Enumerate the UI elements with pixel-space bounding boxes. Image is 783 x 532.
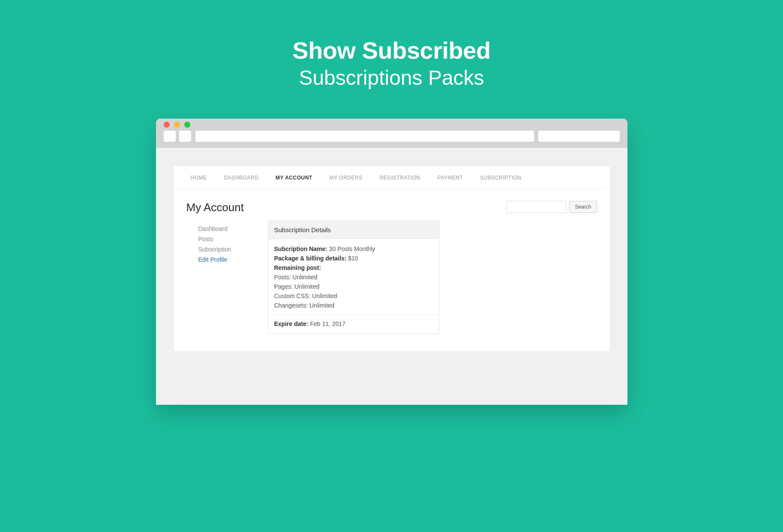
side-item-edit-profile[interactable]: Edit Profile — [198, 254, 251, 265]
remaining-item: Custom CSS: Unlimited — [274, 291, 433, 301]
browser-toolbar — [156, 131, 627, 148]
nav-forward-button[interactable] — [179, 131, 191, 142]
panel-divider — [268, 314, 439, 315]
search-button[interactable]: Search — [569, 201, 597, 213]
viewport: HOMEDASHBOARDMY ACCOUNTMY ORDERSREGISTRA… — [156, 148, 627, 405]
panel-title: Subscription Details — [268, 221, 439, 239]
hero-title-line1: Show Subscribed — [0, 36, 783, 64]
side-item-dashboard[interactable]: Dashboard — [198, 224, 251, 234]
remaining-item-value: Unlimited — [309, 302, 334, 309]
remaining-item-value: Unlimited — [292, 274, 317, 281]
minimize-icon[interactable] — [174, 122, 180, 128]
package-label: Package & billing details: — [274, 255, 347, 262]
panel-body: Subcription Name: 30 Posts Monthly Packa… — [268, 239, 439, 334]
maximize-icon[interactable] — [184, 122, 190, 128]
top-nav: HOMEDASHBOARDMY ACCOUNTMY ORDERSREGISTRA… — [178, 166, 606, 189]
page-title: My Account — [186, 201, 251, 214]
remaining-item: Posts: Unlimited — [274, 272, 433, 282]
remaining-item-label: Pages: — [274, 283, 294, 290]
remaining-item-value: Unlimited — [312, 293, 337, 299]
subscription-panel: Subscription Details Subcription Name: 3… — [268, 221, 439, 334]
nav-item-subscription[interactable]: SUBSCRIPTION — [480, 175, 522, 181]
package-row: Package & billing details: $10 — [274, 254, 433, 263]
package-value: $10 — [348, 255, 358, 262]
subscription-name-value: 30 Posts Monthly — [329, 245, 375, 252]
expire-row: Expire date: Feb 11, 2017 — [274, 319, 433, 329]
side-item-posts[interactable]: Posts — [198, 234, 251, 244]
remaining-label: Remaining post: — [274, 264, 321, 271]
browser-window: HOMEDASHBOARDMY ACCOUNTMY ORDERSREGISTRA… — [156, 119, 627, 405]
remaining-header-row: Remaining post: — [274, 263, 433, 272]
nav-item-my-account[interactable]: MY ACCOUNT — [276, 175, 312, 181]
nav-item-registration[interactable]: REGISTRATION — [380, 175, 420, 181]
remaining-item-label: Posts: — [274, 274, 293, 281]
search-input[interactable] — [507, 201, 567, 213]
hero: Show Subscribed Subscriptions Packs — [0, 0, 783, 90]
remaining-item-label: Changesets: — [274, 302, 310, 309]
nav-item-my-orders[interactable]: MY ORDERS — [330, 175, 363, 181]
browser-search-bar[interactable] — [538, 131, 620, 142]
subscription-name-row: Subcription Name: 30 Posts Monthly — [274, 244, 433, 254]
remaining-list: Posts: UnlimitedPages: UnlimitedCustom C… — [274, 272, 433, 310]
address-bar[interactable] — [195, 131, 534, 142]
main-column: Subscription Details Subcription Name: 3… — [268, 201, 439, 334]
right-column: Search — [456, 201, 597, 334]
nav-back-button[interactable] — [164, 131, 176, 142]
subscription-name-label: Subcription Name: — [274, 245, 327, 252]
expire-value: Feb 11, 2017 — [310, 320, 346, 327]
page-card: HOMEDASHBOARDMY ACCOUNTMY ORDERSREGISTRA… — [173, 166, 610, 352]
remaining-item-value: Unlimited — [294, 283, 319, 290]
left-column: My Account DashboardPostsSubscriptionEdi… — [186, 201, 251, 334]
remaining-item: Changesets: Unlimited — [274, 301, 433, 310]
window-controls — [156, 119, 627, 131]
remaining-item: Pages: Unlimited — [274, 282, 433, 291]
expire-label: Expire date: — [274, 320, 309, 327]
side-menu: DashboardPostsSubscriptionEdit Profile — [186, 224, 251, 265]
nav-item-payment[interactable]: PAYMENT — [438, 175, 463, 181]
nav-item-home[interactable]: HOME — [191, 175, 207, 181]
search-box: Search — [507, 201, 597, 213]
content: My Account DashboardPostsSubscriptionEdi… — [174, 189, 610, 351]
browser-chrome — [156, 119, 627, 148]
close-icon[interactable] — [164, 122, 170, 128]
nav-item-dashboard[interactable]: DASHBOARD — [224, 175, 259, 181]
side-item-subscription[interactable]: Subscription — [198, 244, 251, 254]
remaining-item-label: Custom CSS: — [274, 293, 312, 299]
hero-title-line2: Subscriptions Packs — [0, 66, 783, 90]
